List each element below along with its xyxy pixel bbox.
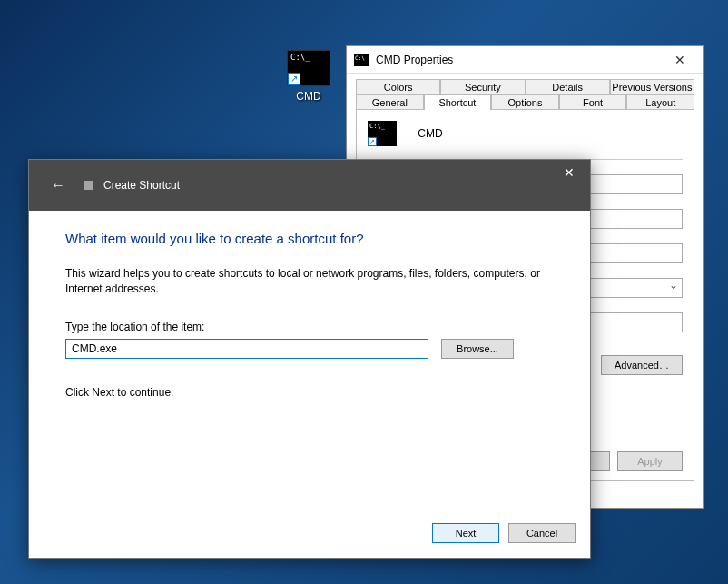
wizard-title: Create Shortcut: [103, 179, 180, 192]
desktop-shortcut-label: CMD: [281, 90, 336, 103]
tab-layout[interactable]: Layout: [626, 94, 694, 110]
wizard-heading: What item would you like to create a sho…: [65, 231, 554, 246]
apply-button: Apply: [617, 451, 683, 471]
cmd-titlebar-icon: [354, 54, 369, 66]
location-label: Type the location of the item:: [65, 321, 554, 333]
close-button[interactable]: ✕: [548, 160, 590, 187]
properties-title: CMD Properties: [376, 54, 662, 66]
wizard-description: This wizard helps you to create shortcut…: [65, 266, 554, 297]
wizard-titlebar[interactable]: ← Create Shortcut ✕: [29, 160, 590, 211]
browse-button[interactable]: Browse...: [441, 339, 514, 359]
shortcut-overlay-icon: ↗: [288, 73, 300, 85]
next-button[interactable]: Next: [432, 523, 499, 543]
properties-tabs: Colors Security Details Previous Version…: [356, 79, 694, 110]
tab-font[interactable]: Font: [559, 94, 627, 110]
shortcut-name: CMD: [418, 127, 442, 140]
tab-details[interactable]: Details: [526, 79, 610, 94]
tab-shortcut[interactable]: Shortcut: [424, 94, 492, 110]
tab-security[interactable]: Security: [440, 79, 525, 94]
tab-colors[interactable]: Colors: [356, 79, 440, 94]
tab-previous-versions[interactable]: Previous Versions: [610, 79, 694, 94]
wizard-hint: Click Next to continue.: [65, 386, 554, 399]
tab-general[interactable]: General: [356, 94, 424, 110]
create-shortcut-wizard: ← Create Shortcut ✕ What item would you …: [28, 159, 591, 559]
cancel-button[interactable]: Cancel: [508, 523, 576, 543]
desktop-shortcut-cmd[interactable]: ↗ CMD: [281, 50, 336, 103]
close-button[interactable]: ✕: [662, 48, 698, 72]
cmd-icon: ↗: [287, 50, 330, 86]
advanced-button[interactable]: Advanced…: [601, 355, 683, 375]
wizard-title-icon: [84, 181, 93, 190]
back-button[interactable]: ←: [51, 177, 65, 193]
properties-titlebar[interactable]: CMD Properties ✕: [347, 46, 703, 74]
tab-options[interactable]: Options: [491, 94, 559, 110]
location-input[interactable]: [65, 339, 428, 359]
cmd-icon: ↗: [368, 121, 397, 146]
